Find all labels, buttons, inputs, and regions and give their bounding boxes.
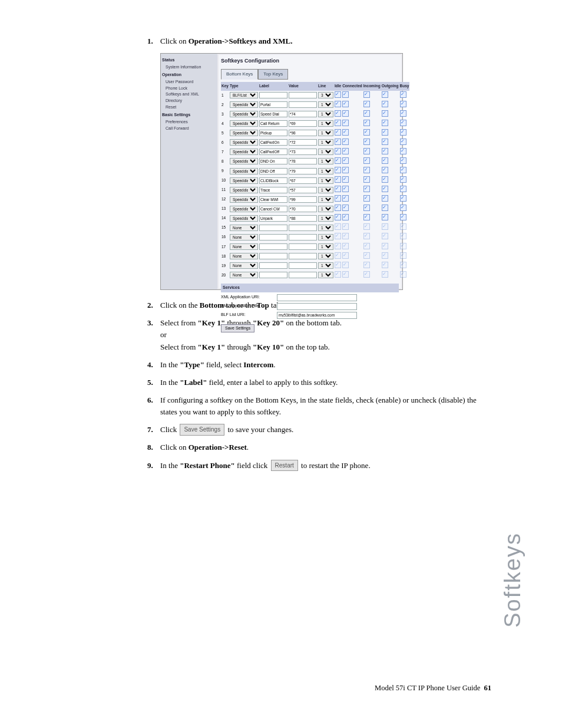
idle-checkbox[interactable] — [335, 157, 341, 164]
busy-checkbox[interactable] — [400, 91, 406, 98]
busy-checkbox[interactable] — [400, 233, 406, 239]
incoming-checkbox[interactable] — [363, 176, 370, 183]
line-select[interactable]: 1 — [318, 253, 333, 259]
idle-checkbox[interactable] — [335, 243, 341, 249]
label-input[interactable] — [259, 177, 287, 184]
blf-uri-input[interactable] — [277, 312, 357, 319]
busy-checkbox[interactable] — [400, 157, 406, 164]
value-input[interactable] — [289, 111, 317, 117]
label-input[interactable] — [259, 111, 287, 117]
incoming-checkbox[interactable] — [363, 243, 370, 249]
outgoing-checkbox[interactable] — [382, 223, 388, 230]
line-select[interactable]: 1 — [318, 196, 333, 203]
busy-checkbox[interactable] — [400, 271, 406, 278]
value-input[interactable] — [289, 120, 317, 127]
busy-checkbox[interactable] — [400, 262, 406, 268]
incoming-checkbox[interactable] — [363, 186, 370, 192]
incoming-checkbox[interactable] — [363, 157, 370, 164]
incoming-checkbox[interactable] — [363, 167, 370, 173]
value-input[interactable] — [289, 92, 317, 98]
xml-uri-input[interactable] — [277, 294, 357, 301]
label-input[interactable] — [259, 272, 287, 278]
line-select[interactable]: 1 — [318, 234, 333, 241]
outgoing-checkbox[interactable] — [382, 243, 388, 249]
line-select[interactable]: 1 — [318, 187, 333, 193]
value-input[interactable] — [289, 101, 317, 108]
idle-checkbox[interactable] — [335, 148, 341, 154]
label-input[interactable] — [259, 168, 287, 174]
label-input[interactable] — [259, 158, 287, 164]
idle-checkbox[interactable] — [335, 110, 341, 117]
line-select[interactable]: 1 — [318, 262, 333, 269]
value-input[interactable] — [289, 158, 317, 164]
idle-checkbox[interactable] — [335, 101, 341, 107]
value-input[interactable] — [289, 139, 317, 146]
type-select[interactable]: Speeddial — [230, 149, 258, 155]
connected-checkbox[interactable] — [342, 139, 349, 145]
label-input[interactable] — [259, 130, 287, 136]
label-input[interactable] — [259, 120, 287, 127]
outgoing-checkbox[interactable] — [382, 129, 388, 136]
sidebar-item[interactable]: Reset — [166, 104, 216, 111]
idle-checkbox[interactable] — [335, 271, 341, 278]
value-input[interactable] — [289, 168, 317, 174]
busy-checkbox[interactable] — [400, 214, 406, 220]
idle-checkbox[interactable] — [335, 186, 341, 192]
incoming-checkbox[interactable] — [363, 223, 370, 230]
incoming-checkbox[interactable] — [363, 101, 370, 107]
type-select[interactable]: None — [230, 225, 258, 231]
idle-checkbox[interactable] — [335, 195, 341, 202]
value-input[interactable] — [289, 243, 317, 250]
type-select[interactable]: Speeddial — [230, 101, 258, 108]
value-input[interactable] — [289, 253, 317, 259]
incoming-checkbox[interactable] — [363, 271, 370, 278]
type-select[interactable]: None — [230, 262, 258, 269]
connected-checkbox[interactable] — [342, 233, 349, 239]
line-select[interactable]: 1 — [318, 149, 333, 155]
busy-checkbox[interactable] — [400, 223, 406, 230]
outgoing-checkbox[interactable] — [382, 214, 388, 220]
type-select[interactable]: BLF/List — [230, 92, 258, 98]
label-input[interactable] — [259, 92, 287, 98]
incoming-checkbox[interactable] — [363, 148, 370, 154]
label-input[interactable] — [259, 187, 287, 193]
value-input[interactable] — [289, 234, 317, 241]
idle-checkbox[interactable] — [335, 129, 341, 136]
outgoing-checkbox[interactable] — [382, 233, 388, 239]
type-select[interactable]: Speeddial — [230, 215, 258, 222]
type-select[interactable]: Speeddial — [230, 111, 258, 117]
line-select[interactable]: 1 — [318, 225, 333, 231]
type-select[interactable]: None — [230, 253, 258, 259]
line-select[interactable]: 1 — [318, 158, 333, 164]
value-input[interactable] — [289, 206, 317, 212]
connected-checkbox[interactable] — [342, 205, 349, 211]
connected-checkbox[interactable] — [342, 129, 349, 136]
line-select[interactable]: 1 — [318, 206, 333, 212]
type-select[interactable]: None — [230, 234, 258, 241]
connected-checkbox[interactable] — [342, 101, 349, 107]
label-input[interactable] — [259, 243, 287, 250]
incoming-checkbox[interactable] — [363, 252, 370, 259]
type-select[interactable]: Speeddial — [230, 139, 258, 146]
outgoing-checkbox[interactable] — [382, 205, 388, 211]
type-select[interactable]: None — [230, 272, 258, 278]
busy-checkbox[interactable] — [400, 186, 406, 192]
value-input[interactable] — [289, 215, 317, 222]
connected-checkbox[interactable] — [342, 148, 349, 154]
busy-checkbox[interactable] — [400, 129, 406, 136]
idle-checkbox[interactable] — [335, 139, 341, 145]
connected-checkbox[interactable] — [342, 176, 349, 183]
value-input[interactable] — [289, 130, 317, 136]
idle-checkbox[interactable] — [335, 205, 341, 211]
label-input[interactable] — [259, 149, 287, 155]
connected-checkbox[interactable] — [342, 186, 349, 192]
type-select[interactable]: Speeddial — [230, 177, 258, 184]
label-input[interactable] — [259, 234, 287, 241]
type-select[interactable]: Speeddial — [230, 206, 258, 212]
outgoing-checkbox[interactable] — [382, 186, 388, 192]
incoming-checkbox[interactable] — [363, 233, 370, 239]
line-select[interactable]: 1 — [318, 101, 333, 108]
value-input[interactable] — [289, 177, 317, 184]
outgoing-checkbox[interactable] — [382, 271, 388, 278]
line-select[interactable]: 1 — [318, 139, 333, 146]
